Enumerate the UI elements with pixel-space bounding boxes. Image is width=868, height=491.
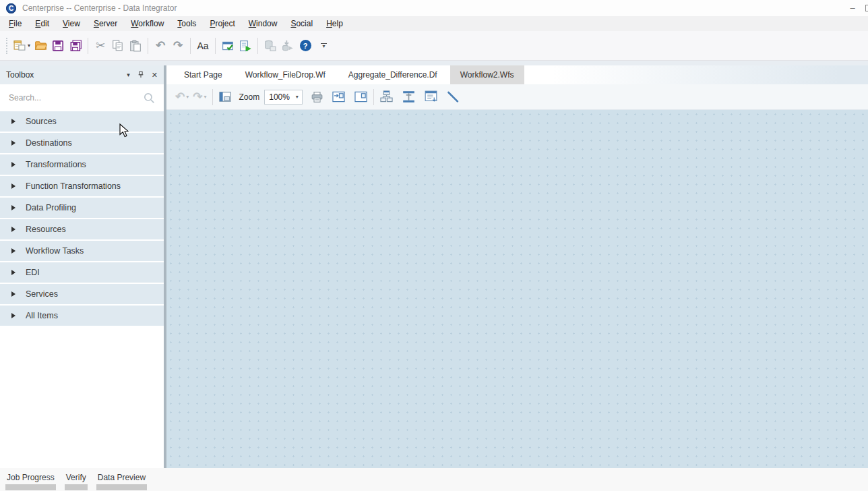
toggle-preview-panel-button[interactable]: [216, 88, 234, 107]
zoom-combobox[interactable]: 100% ▾: [264, 90, 303, 105]
menu-tools[interactable]: Tools: [170, 16, 203, 31]
redo-button[interactable]: ↷: [169, 36, 187, 56]
tab-workflow-filedrop[interactable]: Workflow_FileDrop.Wf: [235, 65, 336, 84]
main-toolbar: ▾ ✂: [0, 31, 868, 61]
toolbox-close-button[interactable]: ✕: [152, 71, 158, 80]
menu-window[interactable]: Window: [242, 16, 284, 31]
save-button[interactable]: [49, 36, 67, 56]
draw-link-button[interactable]: [444, 88, 462, 107]
paste-clipboard-icon: [129, 40, 142, 52]
menu-window-key: W: [249, 19, 256, 28]
menu-view-rest: iew: [68, 19, 80, 28]
status-tab-label: Job Progress: [5, 473, 56, 482]
start-job-button[interactable]: [237, 36, 254, 56]
toolbar-overflow-button[interactable]: ▾: [321, 43, 327, 49]
menu-edit[interactable]: Edit: [28, 16, 56, 31]
toolbox-item-label: Destinations: [26, 138, 72, 148]
status-tab-bar: [5, 484, 56, 490]
menu-social[interactable]: Social: [284, 16, 319, 31]
toolbox-item-edi[interactable]: EDI: [0, 262, 164, 284]
expander-arrow-icon: [11, 119, 16, 124]
menu-file[interactable]: File: [2, 16, 28, 31]
link-line-icon: [446, 90, 460, 103]
toolbox-item-services[interactable]: Services: [0, 284, 164, 306]
undo-button[interactable]: ↶: [152, 36, 169, 56]
copy-button[interactable]: [109, 36, 127, 56]
cut-button[interactable]: ✂: [92, 36, 109, 56]
menu-file-rest: ile: [13, 19, 22, 28]
zoom-dropdown-caret-icon[interactable]: ▾: [292, 90, 302, 104]
tab-workflow2-active[interactable]: Workflow2.Wfs: [450, 65, 524, 84]
toolbox-item-destinations[interactable]: Destinations: [0, 133, 164, 154]
redo-icon: ↷: [193, 91, 202, 103]
status-tab-data-preview[interactable]: Data Preview: [96, 473, 147, 490]
minimize-button[interactable]: –: [840, 1, 865, 15]
toolbox-item-label: Function Transformations: [26, 181, 121, 191]
toolbar-grip[interactable]: [6, 38, 7, 54]
run-form-play-icon: [239, 40, 252, 52]
print-button[interactable]: [308, 88, 326, 107]
expander-arrow-icon: [11, 227, 16, 232]
toolbox-item-transformations[interactable]: Transformations: [0, 154, 164, 176]
status-tab-job-progress[interactable]: Job Progress: [5, 473, 56, 490]
toolbox-item-data-profiling[interactable]: Data Profiling: [0, 198, 164, 219]
window-controls: –: [840, 0, 868, 16]
toolbox-pin-button[interactable]: [137, 71, 145, 79]
menu-help[interactable]: Help: [319, 16, 350, 31]
deploy-database-icon: [282, 40, 294, 52]
menu-project[interactable]: Project: [203, 16, 241, 31]
new-button[interactable]: ▾: [12, 36, 32, 56]
menu-workflow[interactable]: Workflow: [124, 16, 170, 31]
database-button-disabled: [261, 36, 279, 56]
document-area: Start Page Workflow_FileDrop.Wf Aggregat…: [166, 65, 868, 468]
new-dropdown-caret-icon[interactable]: ▾: [28, 42, 30, 49]
chevron-down-icon: ▾: [127, 71, 130, 78]
auto-layout-button[interactable]: [377, 88, 396, 107]
paste-button[interactable]: [127, 36, 144, 56]
toolbox-item-label: Services: [26, 289, 58, 299]
toolbox-search-input[interactable]: [9, 93, 144, 103]
toolbox-window-menu-button[interactable]: ▾: [127, 71, 130, 78]
verify-window-button[interactable]: [219, 36, 237, 56]
status-tab-verify[interactable]: Verify: [65, 473, 88, 490]
workflow-design-canvas[interactable]: [166, 110, 868, 468]
menu-server[interactable]: Server: [87, 16, 124, 31]
tab-aggregate-difference[interactable]: Aggregate_Difference.Df: [338, 65, 447, 84]
toolbar-separator: [212, 89, 213, 105]
expander-arrow-icon: [11, 162, 16, 167]
menu-server-rest: erver: [99, 19, 117, 28]
tab-start-page[interactable]: Start Page: [174, 65, 232, 84]
designer-redo-button-disabled: ↷ ▾: [191, 88, 208, 107]
help-question-icon: ?: [300, 40, 311, 51]
toolbox-item-function-transformations[interactable]: Function Transformations: [0, 176, 164, 198]
new-document-icon: [13, 40, 26, 52]
designer-undo-button-disabled: ↶ ▾: [173, 88, 191, 107]
font-button[interactable]: Aa: [194, 36, 212, 56]
toolbox-item-resources[interactable]: Resources: [0, 219, 164, 241]
collapse-all-nodes-button[interactable]: [352, 88, 370, 107]
vertical-layout-button[interactable]: [400, 88, 418, 107]
toolbox-item-sources[interactable]: Sources: [0, 111, 164, 133]
close-icon: ✕: [152, 71, 158, 80]
expander-arrow-icon: [11, 248, 16, 254]
expand-all-nodes-button[interactable]: [330, 88, 348, 107]
toolbox-item-workflow-tasks[interactable]: Workflow Tasks: [0, 241, 164, 262]
toolbar-separator: [148, 38, 148, 54]
menu-project-rest: roject: [215, 19, 235, 28]
zoom-label: Zoom: [239, 92, 260, 102]
open-button[interactable]: [32, 36, 49, 56]
cut-scissors-icon: ✂: [96, 40, 105, 51]
menu-view[interactable]: View: [56, 16, 87, 31]
menu-workflow-key: W: [131, 19, 138, 28]
help-button[interactable]: ?: [297, 36, 314, 56]
menu-social-rest: ocial: [296, 19, 313, 28]
show-properties-button[interactable]: [422, 88, 440, 107]
app-logo-icon: C: [6, 3, 16, 13]
toolbox-item-all-items[interactable]: All Items: [0, 306, 164, 327]
toolbox-panel: Toolbox ▾ ✕ Sources Destinations Transfo…: [0, 65, 164, 468]
status-tab-label: Data Preview: [96, 473, 147, 482]
toolbox-title: Toolbox: [6, 70, 120, 80]
status-tab-label: Verify: [65, 473, 88, 482]
restore-button[interactable]: [865, 5, 868, 11]
save-all-button[interactable]: [67, 36, 84, 56]
